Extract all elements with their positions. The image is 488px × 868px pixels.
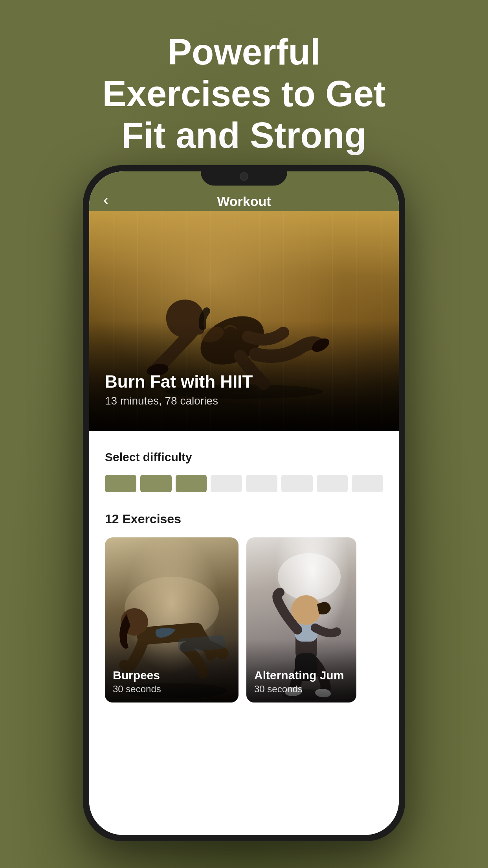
- workout-meta: 13 minutes, 78 calories: [105, 395, 253, 407]
- headline-line2: Exercises to Get: [31, 73, 457, 115]
- workout-name: Burn Fat with HIIT: [105, 372, 253, 392]
- phone-shell: ‹ Workout: [83, 165, 405, 841]
- exercise-duration-2: 30 seconds: [254, 684, 344, 695]
- home-indicator: [209, 822, 279, 826]
- hero-headline: Powerful Exercises to Get Fit and Strong: [0, 31, 488, 156]
- diff-seg-3[interactable]: [176, 475, 207, 492]
- content-area: Select difficulty 12 Exercises: [89, 431, 399, 835]
- exercise-name-2: Alternating Jum: [254, 669, 344, 682]
- diff-seg-7[interactable]: [317, 475, 348, 492]
- diff-seg-2[interactable]: [140, 475, 172, 492]
- exercises-count-label: 12 Exercises: [105, 512, 383, 526]
- screen-title: Workout: [217, 194, 271, 209]
- headline-line1: Powerful: [31, 31, 457, 73]
- headline-line3: Fit and Strong: [31, 115, 457, 156]
- exercise-duration-1: 30 seconds: [113, 684, 161, 695]
- svg-point-13: [278, 553, 341, 600]
- exercises-grid: Burpees 30 seconds: [105, 537, 383, 702]
- exercise-card-burpees[interactable]: Burpees 30 seconds: [105, 537, 238, 702]
- diff-seg-8[interactable]: [352, 475, 383, 492]
- phone-notch: [201, 165, 287, 186]
- exercise-card-jumps[interactable]: Alternating Jum 30 seconds: [246, 537, 356, 702]
- phone-camera: [240, 172, 248, 181]
- workout-hero-image: Burn Fat with HIIT 13 minutes, 78 calori…: [89, 211, 399, 431]
- workout-title-block: Burn Fat with HIIT 13 minutes, 78 calori…: [105, 372, 253, 407]
- diff-seg-1[interactable]: [105, 475, 136, 492]
- exercise-info-2: Alternating Jum 30 seconds: [254, 669, 344, 695]
- back-button[interactable]: ‹: [103, 192, 108, 208]
- diff-seg-6[interactable]: [281, 475, 313, 492]
- difficulty-bar[interactable]: [105, 475, 383, 492]
- diff-seg-5[interactable]: [246, 475, 277, 492]
- phone-screen: ‹ Workout: [89, 171, 399, 835]
- difficulty-label: Select difficulty: [105, 451, 383, 464]
- diff-seg-4[interactable]: [211, 475, 242, 492]
- exercise-info-1: Burpees 30 seconds: [113, 669, 161, 695]
- exercise-name-1: Burpees: [113, 669, 161, 682]
